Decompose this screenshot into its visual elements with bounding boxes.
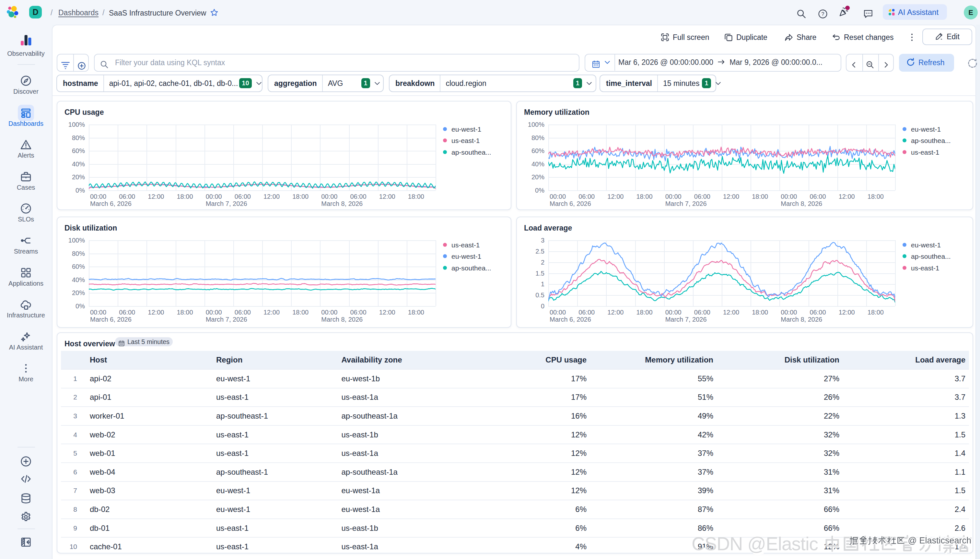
svg-text:?: ?: [822, 11, 825, 17]
